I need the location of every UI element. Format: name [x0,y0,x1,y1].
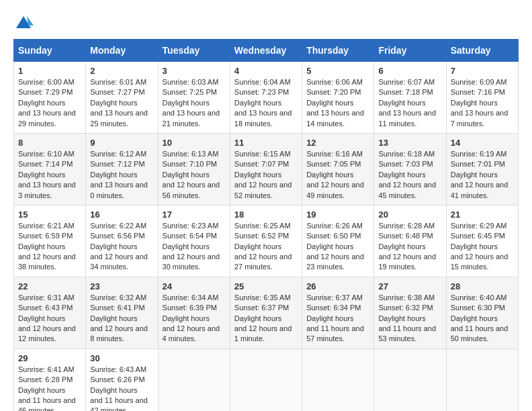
day-number: 25 [234,281,298,291]
day-cell: 7Sunrise: 6:09 AMSunset: 7:16 PMDaylight… [446,62,518,134]
cell-text: Sunrise: 6:40 AMSunset: 6:30 PMDaylight … [451,293,508,343]
day-cell: 13Sunrise: 6:18 AMSunset: 7:03 PMDayligh… [374,133,446,205]
week-row-4: 22Sunrise: 6:31 AMSunset: 6:43 PMDayligh… [14,277,519,349]
day-number: 21 [451,210,514,220]
cell-text: Sunrise: 6:10 AMSunset: 7:14 PMDaylight … [18,150,76,199]
cell-text: Sunrise: 6:13 AMSunset: 7:10 PMDaylight … [163,150,220,199]
day-cell: 27Sunrise: 6:38 AMSunset: 6:32 PMDayligh… [374,277,446,349]
day-number: 16 [90,210,153,220]
day-number: 27 [378,281,441,291]
cell-text: Sunrise: 6:41 AMSunset: 6:28 PMDaylight … [18,365,76,411]
day-number: 13 [378,138,441,148]
calendar-header: SundayMondayTuesdayWednesdayThursdayFrid… [14,40,519,62]
day-number: 20 [378,210,441,220]
day-number: 15 [18,210,81,220]
header-cell-friday: Friday [374,40,446,62]
day-number: 6 [378,66,441,76]
day-number: 29 [18,353,81,363]
cell-text: Sunrise: 6:29 AMSunset: 6:45 PMDaylight … [451,222,508,271]
header-cell-thursday: Thursday [302,40,374,62]
cell-text: Sunrise: 6:09 AMSunset: 7:16 PMDaylight … [451,78,508,128]
day-cell: 14Sunrise: 6:19 AMSunset: 7:01 PMDayligh… [446,133,518,205]
day-cell: 6Sunrise: 6:07 AMSunset: 7:18 PMDaylight… [374,62,446,134]
day-cell [374,349,446,411]
day-cell: 8Sunrise: 6:10 AMSunset: 7:14 PMDaylight… [14,133,86,205]
day-number: 10 [163,138,226,148]
day-cell: 5Sunrise: 6:06 AMSunset: 7:20 PMDaylight… [302,62,374,134]
calendar-body: 1Sunrise: 6:00 AMSunset: 7:29 PMDaylight… [14,62,519,412]
day-number: 19 [306,210,369,220]
day-cell: 26Sunrise: 6:37 AMSunset: 6:34 PMDayligh… [302,277,374,349]
day-cell: 1Sunrise: 6:00 AMSunset: 7:29 PMDaylight… [14,62,86,134]
day-cell: 19Sunrise: 6:26 AMSunset: 6:50 PMDayligh… [302,205,374,277]
day-number: 7 [451,66,514,76]
cell-text: Sunrise: 6:16 AMSunset: 7:05 PMDaylight … [306,150,364,199]
day-number: 4 [234,66,298,76]
day-cell [302,349,374,411]
day-number: 28 [451,281,514,291]
week-row-3: 15Sunrise: 6:21 AMSunset: 6:59 PMDayligh… [14,205,519,277]
day-number: 26 [306,281,369,291]
cell-text: Sunrise: 6:35 AMSunset: 6:37 PMDaylight … [234,293,292,343]
day-cell: 18Sunrise: 6:25 AMSunset: 6:52 PMDayligh… [230,205,302,277]
day-cell: 29Sunrise: 6:41 AMSunset: 6:28 PMDayligh… [14,349,86,411]
day-cell: 3Sunrise: 6:03 AMSunset: 7:25 PMDaylight… [158,62,230,134]
day-number: 1 [18,66,81,76]
day-cell: 11Sunrise: 6:15 AMSunset: 7:07 PMDayligh… [230,133,302,205]
day-cell: 10Sunrise: 6:13 AMSunset: 7:10 PMDayligh… [158,133,230,205]
day-number: 9 [90,138,153,148]
day-cell: 23Sunrise: 6:32 AMSunset: 6:41 PMDayligh… [86,277,158,349]
day-cell: 15Sunrise: 6:21 AMSunset: 6:59 PMDayligh… [14,205,86,277]
cell-text: Sunrise: 6:37 AMSunset: 6:34 PMDaylight … [306,293,364,343]
cell-text: Sunrise: 6:15 AMSunset: 7:07 PMDaylight … [234,150,292,199]
header-row: SundayMondayTuesdayWednesdayThursdayFrid… [14,40,519,62]
cell-text: Sunrise: 6:01 AMSunset: 7:27 PMDaylight … [90,78,148,128]
cell-text: Sunrise: 6:06 AMSunset: 7:20 PMDaylight … [306,78,364,128]
cell-text: Sunrise: 6:22 AMSunset: 6:56 PMDaylight … [90,222,148,271]
day-number: 5 [306,66,369,76]
cell-text: Sunrise: 6:26 AMSunset: 6:50 PMDaylight … [306,222,364,271]
day-cell: 25Sunrise: 6:35 AMSunset: 6:37 PMDayligh… [230,277,302,349]
day-cell: 16Sunrise: 6:22 AMSunset: 6:56 PMDayligh… [86,205,158,277]
day-number: 8 [18,138,81,148]
cell-text: Sunrise: 6:07 AMSunset: 7:18 PMDaylight … [378,78,436,128]
week-row-2: 8Sunrise: 6:10 AMSunset: 7:14 PMDaylight… [14,133,519,205]
week-row-1: 1Sunrise: 6:00 AMSunset: 7:29 PMDaylight… [14,62,519,134]
cell-text: Sunrise: 6:25 AMSunset: 6:52 PMDaylight … [234,222,292,271]
day-cell: 28Sunrise: 6:40 AMSunset: 6:30 PMDayligh… [446,277,518,349]
cell-text: Sunrise: 6:34 AMSunset: 6:39 PMDaylight … [163,293,220,343]
day-number: 3 [163,66,226,76]
day-number: 14 [451,138,514,148]
day-cell: 2Sunrise: 6:01 AMSunset: 7:27 PMDaylight… [86,62,158,134]
header-cell-sunday: Sunday [14,40,86,62]
cell-text: Sunrise: 6:43 AMSunset: 6:26 PMDaylight … [90,365,148,411]
cell-text: Sunrise: 6:32 AMSunset: 6:41 PMDaylight … [90,293,148,343]
cell-text: Sunrise: 6:03 AMSunset: 7:25 PMDaylight … [163,78,220,128]
logo-icon [13,13,34,34]
day-cell: 20Sunrise: 6:28 AMSunset: 6:48 PMDayligh… [374,205,446,277]
day-cell: 30Sunrise: 6:43 AMSunset: 6:26 PMDayligh… [86,349,158,411]
day-cell: 22Sunrise: 6:31 AMSunset: 6:43 PMDayligh… [14,277,86,349]
cell-text: Sunrise: 6:38 AMSunset: 6:32 PMDaylight … [378,293,436,343]
week-row-5: 29Sunrise: 6:41 AMSunset: 6:28 PMDayligh… [14,349,519,411]
cell-text: Sunrise: 6:28 AMSunset: 6:48 PMDaylight … [378,222,436,271]
day-cell: 9Sunrise: 6:12 AMSunset: 7:12 PMDaylight… [86,133,158,205]
logo [13,13,36,34]
cell-text: Sunrise: 6:04 AMSunset: 7:23 PMDaylight … [234,78,292,128]
day-cell: 12Sunrise: 6:16 AMSunset: 7:05 PMDayligh… [302,133,374,205]
day-number: 23 [90,281,153,291]
day-number: 12 [306,138,369,148]
header-cell-monday: Monday [86,40,158,62]
header-cell-tuesday: Tuesday [158,40,230,62]
day-number: 11 [234,138,298,148]
day-cell: 24Sunrise: 6:34 AMSunset: 6:39 PMDayligh… [158,277,230,349]
cell-text: Sunrise: 6:12 AMSunset: 7:12 PMDaylight … [90,150,148,199]
cell-text: Sunrise: 6:18 AMSunset: 7:03 PMDaylight … [378,150,436,199]
day-number: 30 [90,353,153,363]
cell-text: Sunrise: 6:00 AMSunset: 7:29 PMDaylight … [18,78,76,128]
cell-text: Sunrise: 6:31 AMSunset: 6:43 PMDaylight … [18,293,76,343]
day-cell: 21Sunrise: 6:29 AMSunset: 6:45 PMDayligh… [446,205,518,277]
day-number: 2 [90,66,153,76]
day-cell [230,349,302,411]
day-cell [446,349,518,411]
